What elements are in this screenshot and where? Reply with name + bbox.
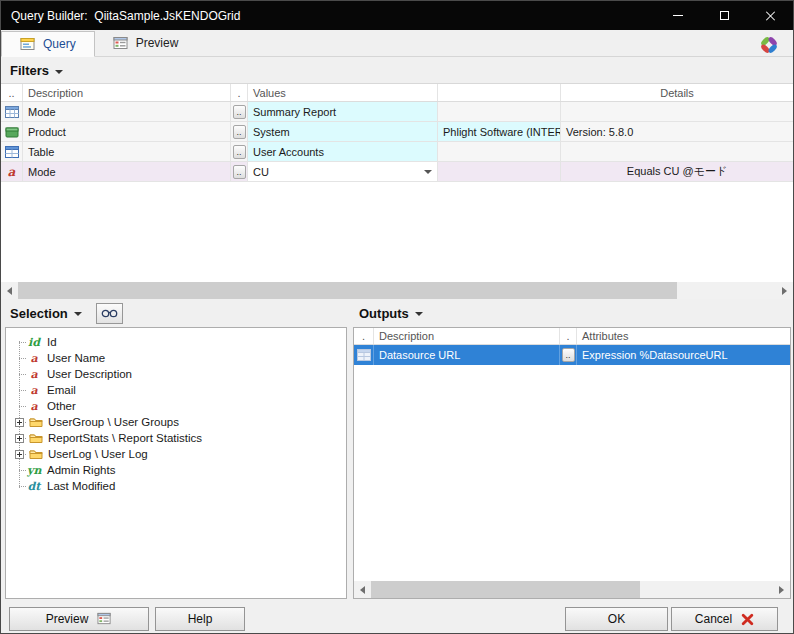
outputs-dropdown-icon[interactable] (415, 312, 423, 316)
outputs-horizontal-scrollbar[interactable] (354, 581, 790, 598)
scrollbar-thumb[interactable] (371, 581, 640, 598)
outputs-grid-header: . Description . Attributes (354, 328, 790, 345)
preview-button[interactable]: Preview (9, 607, 149, 631)
output-row-datasource-url[interactable]: Datasource URL .. Expression %Datasource… (354, 345, 790, 365)
tree-item-label: Last Modified (47, 480, 115, 492)
titlebar: Query Builder: QiitaSample.JsKENDOGrid (1, 1, 793, 30)
tree-item-admin-rights[interactable]: yn Admin Rights (6, 462, 346, 478)
filter-options-button[interactable]: .. (233, 165, 246, 179)
window-title: Query Builder: QiitaSample.JsKENDOGrid (1, 9, 240, 23)
filter-details: Version: 5.8.0 (561, 122, 793, 141)
tree-item-usergroup[interactable]: UserGroup \ User Groups (6, 414, 346, 430)
filter-row-table[interactable]: Table .. User Accounts (1, 142, 793, 162)
outputs-grid: . Description . Attributes Datasource UR… (353, 327, 791, 599)
filter-options-button[interactable]: .. (233, 105, 246, 119)
scroll-left-icon (360, 586, 365, 594)
filter-options-button[interactable]: .. (233, 145, 246, 159)
folder-icon (29, 416, 43, 428)
tree-item-label: Admin Rights (47, 464, 115, 476)
row-icon-cell (1, 142, 23, 161)
selection-tree: id Id a User Name a User Description a E… (6, 328, 346, 494)
col-icon: .. (1, 84, 23, 101)
window-controls (655, 1, 793, 30)
close-button[interactable] (747, 1, 793, 30)
preview-grid-icon (97, 612, 112, 626)
scroll-left-button[interactable] (354, 581, 371, 598)
tree-item-label: UserLog \ User Log (48, 448, 148, 460)
tab-query[interactable]: Query (1, 31, 95, 57)
row-icon-cell: a (1, 162, 23, 181)
scrollbar-track[interactable] (371, 581, 773, 598)
product-icon (5, 125, 19, 139)
col-extra (438, 84, 561, 101)
cancel-x-icon (741, 613, 754, 626)
folder-icon (29, 448, 43, 460)
tree-item-user-name[interactable]: a User Name (6, 350, 346, 366)
tree-item-label: User Description (47, 368, 132, 380)
maximize-button[interactable] (701, 1, 747, 30)
close-icon (765, 10, 776, 21)
string-type-icon: a (27, 384, 41, 397)
scroll-right-icon (779, 586, 784, 594)
scroll-right-button[interactable] (773, 581, 790, 598)
scroll-right-button[interactable] (776, 282, 793, 299)
tree-item-id[interactable]: id Id (6, 334, 346, 350)
col-button: . (231, 84, 248, 101)
filter-extra (438, 142, 561, 161)
filter-details (561, 102, 793, 121)
scrollbar-thumb[interactable] (18, 282, 677, 299)
expand-plus-icon[interactable] (15, 434, 24, 443)
tab-preview[interactable]: Preview (95, 30, 197, 56)
outputs-empty-area (354, 365, 790, 581)
selection-title: Selection (10, 306, 68, 321)
expand-plus-icon[interactable] (15, 418, 24, 427)
tree-item-other[interactable]: a Other (6, 398, 346, 414)
cancel-button[interactable]: Cancel (671, 607, 778, 631)
datasource-icon (357, 348, 371, 362)
minimize-button[interactable] (655, 1, 701, 30)
output-description: Datasource URL (374, 345, 560, 365)
row-icon-cell (1, 122, 23, 141)
query-builder-window: Query Builder: QiitaSample.JsKENDOGrid Q… (0, 0, 794, 634)
ok-button-label: OK (608, 612, 625, 626)
app-logo-icon (757, 34, 781, 56)
filters-title: Filters (10, 63, 49, 78)
selection-dropdown-icon[interactable] (74, 312, 82, 316)
expand-plus-icon[interactable] (15, 450, 24, 459)
output-options-button[interactable]: .. (562, 348, 575, 362)
tree-item-last-modified[interactable]: dt Last Modified (6, 478, 346, 494)
show-hidden-button[interactable] (96, 303, 123, 324)
string-type-icon: a (27, 368, 41, 381)
scroll-left-icon (7, 287, 12, 295)
filter-value-combo[interactable]: CU (248, 162, 438, 181)
filter-row-mode-cu[interactable]: a Mode .. CU Equals CU @モード (1, 162, 793, 182)
help-button[interactable]: Help (155, 607, 245, 631)
filter-options-button[interactable]: .. (233, 125, 246, 139)
filters-dropdown-icon[interactable] (55, 70, 63, 74)
filters-horizontal-scrollbar[interactable] (1, 282, 793, 299)
scroll-right-icon (782, 287, 787, 295)
filter-description: Table (23, 142, 231, 161)
filter-row-mode[interactable]: Mode .. Summary Report (1, 102, 793, 122)
tree-item-label: UserGroup \ User Groups (48, 416, 179, 428)
filter-value[interactable]: System (248, 122, 438, 141)
scrollbar-track[interactable] (18, 282, 776, 299)
tree-item-userlog[interactable]: UserLog \ User Log (6, 446, 346, 462)
filter-value[interactable]: User Accounts (248, 142, 438, 161)
col-description: Description (374, 328, 560, 344)
filter-value[interactable]: Summary Report (248, 102, 438, 121)
id-type-icon: id (27, 336, 41, 349)
filter-details (561, 142, 793, 161)
filters-header: Filters (1, 58, 793, 83)
filters-grid: .. Description . Values Details Mode .. … (1, 83, 793, 282)
scroll-left-button[interactable] (1, 282, 18, 299)
filter-row-product[interactable]: Product .. System Phlight Software (INTE… (1, 122, 793, 142)
tree-item-reportstats[interactable]: ReportStats \ Report Statistics (6, 430, 346, 446)
selection-tree-panel: id Id a User Name a User Description a E… (5, 327, 347, 599)
tree-item-email[interactable]: a Email (6, 382, 346, 398)
ok-button[interactable]: OK (565, 607, 668, 631)
combo-dropdown-icon[interactable] (424, 170, 432, 174)
tree-item-user-description[interactable]: a User Description (6, 366, 346, 382)
minimize-icon (673, 15, 683, 16)
filter-extra (438, 162, 561, 181)
